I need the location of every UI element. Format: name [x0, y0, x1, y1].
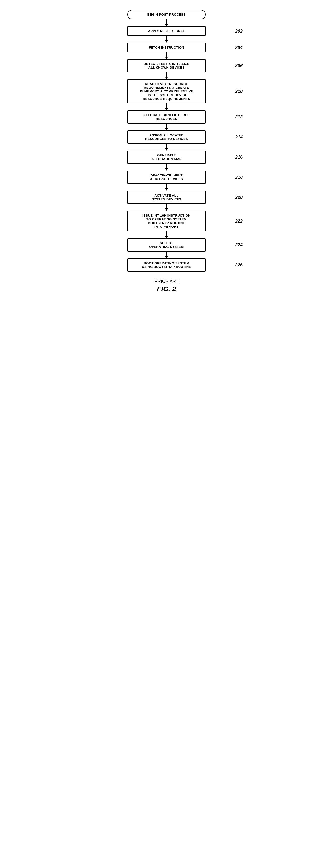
- box-activate: ACTIVATE ALL SYSTEM DEVICES: [127, 191, 206, 204]
- arrow-line: [166, 251, 167, 256]
- arrow-line: [166, 36, 167, 40]
- arrow-head: [165, 148, 168, 151]
- label-210: 210: [235, 89, 243, 94]
- arrow-12: [165, 251, 168, 258]
- figure-label: FIG. 2: [153, 285, 180, 293]
- flowchart-diagram: BEGIN POST PROCESS APPLY RESET SIGNAL 20…: [105, 10, 228, 293]
- node-deactivate: DEACTIVATE INPUT & OUTPUT DEVICES 218: [105, 170, 228, 184]
- arrow-line: [166, 19, 167, 24]
- node-fetch-instruction: FETCH INSTRUCTION 204: [105, 43, 228, 52]
- arrow-line: [166, 124, 167, 128]
- arrow-head: [165, 256, 168, 258]
- label-202: 202: [235, 28, 243, 34]
- label-214: 214: [235, 134, 243, 140]
- arrow-11: [165, 231, 168, 238]
- figure-caption: (PRIOR ART) FIG. 2: [153, 279, 180, 293]
- box-apply-reset: APPLY RESET SIGNAL: [127, 26, 206, 36]
- node-read-device: READ DEVICE RESOURCE REQUIREMENTS & CREA…: [105, 79, 228, 103]
- node-apply-reset: APPLY RESET SIGNAL 202: [105, 26, 228, 36]
- arrow-line: [166, 103, 167, 108]
- arrow-2: [165, 36, 168, 43]
- arrow-6: [165, 124, 168, 130]
- arrow-head: [165, 24, 168, 26]
- arrow-line: [166, 164, 167, 168]
- arrow-head: [165, 236, 168, 238]
- arrow-7: [165, 144, 168, 151]
- arrow-head: [165, 77, 168, 79]
- arrow-9: [165, 184, 168, 191]
- label-226: 226: [235, 262, 243, 268]
- node-activate: ACTIVATE ALL SYSTEM DEVICES 220: [105, 191, 228, 204]
- box-issue-int: ISSUE INT 19h INSTRUCTION TO OPERATING S…: [127, 211, 206, 231]
- label-224: 224: [235, 242, 243, 248]
- arrow-1: [165, 19, 168, 26]
- arrow-line: [166, 52, 167, 57]
- box-assign: ASSIGN ALLOCATED RESOURCES TO DEVICES: [127, 130, 206, 144]
- label-218: 218: [235, 175, 243, 180]
- node-begin: BEGIN POST PROCESS: [105, 10, 228, 19]
- arrow-line: [166, 184, 167, 188]
- box-allocate: ALLOCATE CONFLICT-FREE RESOURCES: [127, 110, 206, 124]
- arrow-head: [165, 208, 168, 211]
- box-generate: GENERATE ALLOCATION MAP: [127, 151, 206, 164]
- arrow-4: [165, 72, 168, 79]
- node-assign: ASSIGN ALLOCATED RESOURCES TO DEVICES 21…: [105, 130, 228, 144]
- label-204: 204: [235, 45, 243, 50]
- label-220: 220: [235, 195, 243, 200]
- box-fetch-instruction: FETCH INSTRUCTION: [127, 43, 206, 52]
- box-boot-os: BOOT OPERATING SYSTEM USING BOOTSTRAP RO…: [127, 258, 206, 272]
- arrow-head: [165, 128, 168, 130]
- arrow-head: [165, 188, 168, 191]
- label-216: 216: [235, 155, 243, 160]
- arrow-head: [165, 57, 168, 59]
- node-issue-int: ISSUE INT 19h INSTRUCTION TO OPERATING S…: [105, 211, 228, 231]
- arrow-5: [165, 103, 168, 110]
- prior-art-label: (PRIOR ART): [153, 279, 180, 284]
- arrow-line: [166, 144, 167, 148]
- arrow-3: [165, 52, 168, 59]
- box-begin: BEGIN POST PROCESS: [127, 10, 206, 19]
- node-select-os: SELECT OPERATING SYSTEM 224: [105, 238, 228, 251]
- node-generate: GENERATE ALLOCATION MAP 216: [105, 151, 228, 164]
- label-206: 206: [235, 63, 243, 68]
- arrow-line: [166, 204, 167, 208]
- node-allocate: ALLOCATE CONFLICT-FREE RESOURCES 212: [105, 110, 228, 124]
- box-select-os: SELECT OPERATING SYSTEM: [127, 238, 206, 251]
- box-read-device: READ DEVICE RESOURCE REQUIREMENTS & CREA…: [127, 79, 206, 103]
- arrow-10: [165, 204, 168, 211]
- box-detect-test: DETECT, TEST & INITIALIZE ALL KNOWN DEVI…: [127, 59, 206, 72]
- arrow-line: [166, 72, 167, 77]
- label-222: 222: [235, 219, 243, 224]
- arrow-head: [165, 168, 168, 170]
- arrow-head: [165, 108, 168, 110]
- node-boot-os: BOOT OPERATING SYSTEM USING BOOTSTRAP RO…: [105, 258, 228, 272]
- box-deactivate: DEACTIVATE INPUT & OUTPUT DEVICES: [127, 170, 206, 184]
- node-detect-test: DETECT, TEST & INITIALIZE ALL KNOWN DEVI…: [105, 59, 228, 72]
- arrow-head: [165, 40, 168, 43]
- arrow-8: [165, 164, 168, 170]
- arrow-line: [166, 231, 167, 236]
- label-212: 212: [235, 115, 243, 120]
